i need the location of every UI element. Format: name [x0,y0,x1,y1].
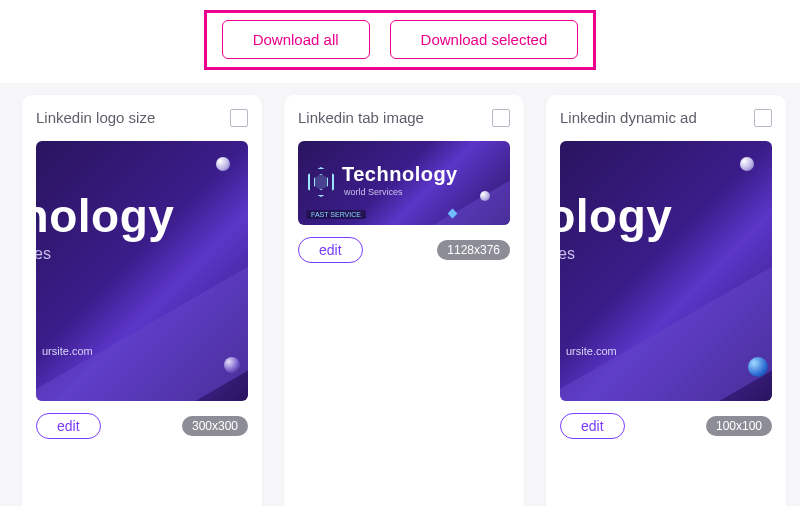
card-title: Linkedin logo size [36,109,155,126]
card-title: Linkedin tab image [298,109,424,126]
orb-decor [748,357,768,377]
card-footer: edit 1128x376 [298,237,510,263]
dimensions-badge: 100x100 [706,416,772,436]
toolbar: Download all Download selected [0,0,800,83]
thumb-site-text: ursite.com [566,345,617,357]
edit-button[interactable]: edit [36,413,101,439]
card-grid: Linkedin logo size hnology ces ursite.co… [0,83,800,506]
orb-decor [216,157,230,171]
image-card: Linkedin logo size hnology ces ursite.co… [22,95,262,506]
select-checkbox[interactable] [492,109,510,127]
orb-decor [480,191,490,201]
thumbnail[interactable]: hnology ces ursite.com [36,141,248,401]
thumb-main-text: Technology [342,163,458,186]
thumbnail[interactable]: Technology world Services FAST SERVICE [298,141,510,225]
stripe-decor [36,222,248,401]
stripe-decor [560,222,772,401]
card-footer: edit 100x100 [560,413,772,439]
thumb-sub-text: world Services [344,187,403,197]
thumb-main-text: hnology [560,189,672,243]
orb-decor [224,357,240,373]
edit-button[interactable]: edit [298,237,363,263]
download-all-button[interactable]: Download all [222,20,370,59]
dimensions-badge: 1128x376 [437,240,510,260]
card-footer: edit 300x300 [36,413,248,439]
edit-button[interactable]: edit [560,413,625,439]
card-header: Linkedin logo size [36,109,248,127]
card-header: Linkedin dynamic ad [560,109,772,127]
thumb-tag: FAST SERVICE [306,210,366,219]
thumb-sub-text: ces [560,245,575,263]
thumb-main-text: hnology [36,189,174,243]
image-card: Linkedin dynamic ad hnology ces ursite.c… [546,95,786,506]
thumb-sub-text: ces [36,245,51,263]
thumbnail[interactable]: hnology ces ursite.com [560,141,772,401]
card-title: Linkedin dynamic ad [560,109,697,126]
select-checkbox[interactable] [230,109,248,127]
image-card: Linkedin tab image Technology world Serv… [284,95,524,506]
select-checkbox[interactable] [754,109,772,127]
orb-decor [740,157,754,171]
dimensions-badge: 300x300 [182,416,248,436]
thumb-site-text: ursite.com [42,345,93,357]
download-selected-button[interactable]: Download selected [390,20,579,59]
card-header: Linkedin tab image [298,109,510,127]
